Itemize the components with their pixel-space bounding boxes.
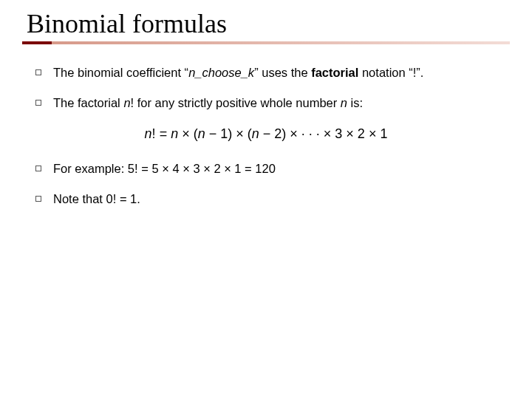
bullet-item-2: The factorial n! for any strictly positi… — [35, 95, 510, 111]
equals: = — [156, 126, 171, 141]
bullet-item-1: The binomial coefficient “n_choose_k” us… — [35, 65, 510, 81]
text: notation “!”. — [358, 66, 423, 79]
text: The binomial coefficient “ — [53, 66, 188, 79]
slide-title: Binomial formulas — [22, 10, 510, 38]
factorial-formula: n! = n × (n − 1) × (n − 2) × · · · × 3 ×… — [22, 126, 510, 142]
var-n: n — [252, 126, 259, 141]
text: ! for any strictly positive whole number — [131, 96, 341, 109]
var-n-choose-k: n_choose_k — [188, 66, 254, 79]
var-n: n — [123, 96, 130, 109]
bullet-item-4: Note that 0! = 1. — [35, 191, 510, 207]
num-2: 2 — [358, 126, 365, 141]
bullet-item-3: For example: 5! = 5 × 4 × 3 × 2 × 1 = 12… — [35, 161, 510, 177]
slide: Binomial formulas The binomial coefficie… — [0, 0, 532, 399]
bullet-list-2: For example: 5! = 5 × 4 × 3 × 2 × 1 = 12… — [22, 161, 510, 208]
times: × — [324, 126, 335, 141]
bold-factorial: factorial — [311, 66, 358, 79]
var-n: n — [145, 126, 152, 141]
num-2: 2 — [274, 126, 282, 141]
bullet-list: The binomial coefficient “n_choose_k” us… — [22, 65, 510, 112]
times: × — [178, 126, 194, 141]
text: The factorial — [53, 96, 123, 109]
minus: − — [205, 126, 221, 141]
var-n: n — [341, 96, 347, 109]
text: is: — [347, 96, 363, 109]
text: ” uses the — [254, 66, 311, 79]
times: × — [286, 126, 301, 141]
times: × — [365, 126, 381, 141]
text: Note that 0! = 1. — [53, 192, 140, 205]
dots: · · · — [301, 126, 324, 141]
times: × — [232, 126, 248, 141]
title-underline — [22, 41, 510, 44]
text: For example: 5! = 5 × 4 × 3 × 2 × 1 = 12… — [53, 162, 276, 175]
num-3: 3 — [335, 126, 342, 141]
minus: − — [259, 126, 275, 141]
var-n: n — [171, 126, 178, 141]
times: × — [342, 126, 358, 141]
num-1: 1 — [380, 126, 387, 141]
var-n: n — [198, 126, 205, 141]
num-1: 1 — [220, 126, 228, 141]
